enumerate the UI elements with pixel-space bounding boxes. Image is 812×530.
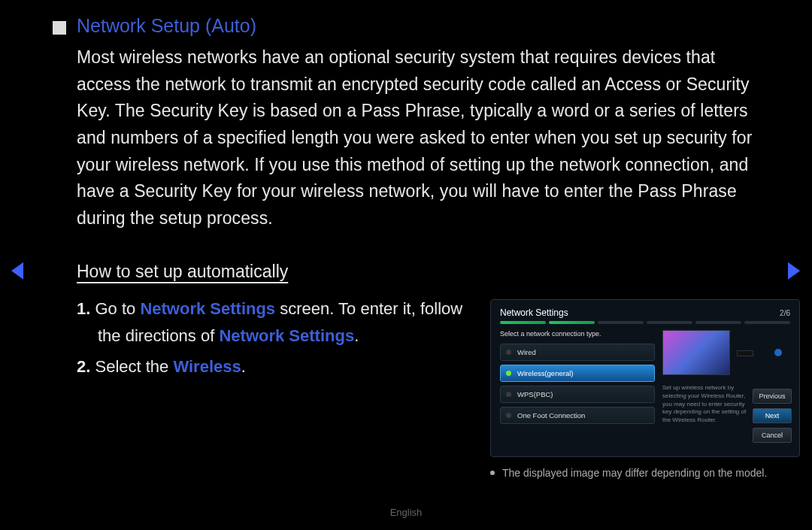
option-one-foot-connection[interactable]: One Foot Connection [500,407,655,424]
step-text: . [354,326,359,345]
prev-page-arrow[interactable]: ◀ [11,256,23,282]
inset-note: The displayed image may differ depending… [490,466,791,481]
cancel-button[interactable]: Cancel [753,428,792,443]
note-text: The displayed image may differ depending… [502,467,767,479]
network-settings-inset: Network Settings 2/6 Select a network co… [490,299,800,457]
option-label: Wireless(general) [517,369,573,377]
section-bullet-icon [53,21,66,35]
next-page-arrow[interactable]: ▶ [788,256,800,282]
step-keyword: Network Settings [140,299,275,318]
option-wireless-general[interactable]: Wireless(general) [500,365,655,382]
option-label: One Foot Connection [517,411,585,419]
subheading: How to set up automatically [77,262,759,282]
previous-button[interactable]: Previous [753,389,792,404]
inset-prompt: Select a network connection type. [500,330,655,338]
step-2: 2. Select the Wireless. [77,353,468,380]
step-number: 1. [77,299,90,318]
next-button[interactable]: Next [753,408,792,423]
inset-diagram-icon [737,337,782,367]
step-text: Select the [95,357,173,376]
inset-page-counter: 2/6 [780,309,790,317]
bullet-icon [490,471,495,475]
step-text: . [241,357,246,376]
option-label: WPS(PBC) [517,390,553,398]
step-1: 1. Go to Network Settings screen. To ent… [77,295,468,348]
option-label: Wired [517,348,536,356]
footer-language: English [0,507,812,518]
inset-preview-image [662,330,730,375]
option-wps-pbc[interactable]: WPS(PBC) [500,386,655,403]
inset-title: Network Settings [500,307,568,318]
inset-help-text: Set up wireless network by selecting you… [662,384,753,425]
section-paragraph: Most wireless networks have an optional … [77,44,759,232]
inset-progress-tabs [500,321,790,324]
step-keyword: Network Settings [219,326,354,345]
section-title: Network Setup (Auto) [77,15,256,37]
step-keyword: Wireless [173,357,241,376]
step-text: Go to [95,299,140,318]
step-number: 2. [77,357,90,376]
option-wired[interactable]: Wired [500,344,655,361]
